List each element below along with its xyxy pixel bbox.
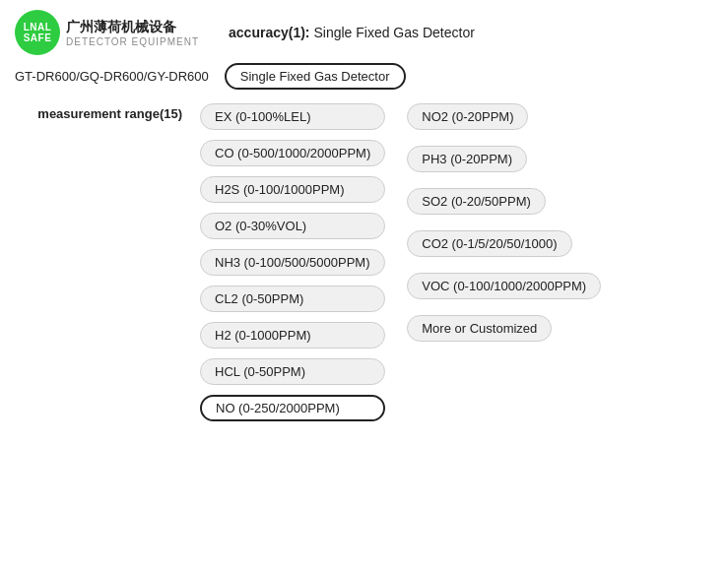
list-item: CO2 (0-1/5/20/50/1000) xyxy=(407,230,571,257)
page-container: LNAL SAFE 广州薄荷机械设备 DETECTOR EQUIPMENT ac… xyxy=(15,10,713,421)
list-item: SO2 (0-20/50PPM) xyxy=(407,188,546,215)
spacer xyxy=(407,257,601,273)
left-column: EX (0-100%LEL) CO (0-500/1000/2000PPM) H… xyxy=(200,103,385,421)
list-item: H2 (0-1000PPM) xyxy=(200,322,385,349)
spacer xyxy=(407,172,601,188)
accuracy-bold: accuracy(1): xyxy=(229,25,310,40)
logo: LNAL SAFE 广州薄荷机械设备 DETECTOR EQUIPMENT xyxy=(15,10,199,55)
list-item-highlighted: NO (0-250/2000PPM) xyxy=(200,395,385,421)
right-column: NO2 (0-20PPM) PH3 (0-20PPM) SO2 (0-20/50… xyxy=(407,103,601,342)
list-item: HCL (0-50PPM) xyxy=(200,358,385,385)
right-item: CO2 (0-1/5/20/50/1000) xyxy=(407,230,601,257)
product-code: GT-DR600/GQ-DR600/GY-DR600 xyxy=(15,69,209,84)
product-row: GT-DR600/GQ-DR600/GY-DR600 Single Fixed … xyxy=(15,63,713,90)
product-badge: Single Fixed Gas Detector xyxy=(225,63,406,90)
list-item: CO (0-500/1000/2000PPM) xyxy=(200,140,385,166)
right-item: SO2 (0-20/50PPM) xyxy=(407,188,601,215)
list-item: O2 (0-30%VOL) xyxy=(200,213,385,239)
logo-circle: LNAL SAFE xyxy=(15,10,60,55)
accuracy-text: accuracy(1): Single Fixed Gas Detector xyxy=(229,25,475,40)
company-sub: DETECTOR EQUIPMENT xyxy=(66,36,199,47)
badges-section: EX (0-100%LEL) CO (0-500/1000/2000PPM) H… xyxy=(200,103,713,421)
measurement-label: measurement range(15) xyxy=(15,101,182,121)
spacer xyxy=(407,299,601,315)
spacer xyxy=(407,130,601,146)
list-item: NH3 (0-100/500/5000PPM) xyxy=(200,249,385,276)
list-item: EX (0-100%LEL) xyxy=(200,103,385,130)
logo-circle-text: LNAL SAFE xyxy=(24,22,52,43)
list-item: CL2 (0-50PPM) xyxy=(200,286,385,312)
list-item: PH3 (0-20PPM) xyxy=(407,146,527,172)
right-item: More or Customized xyxy=(407,315,601,342)
list-item: VOC (0-100/1000/2000PPM) xyxy=(407,273,601,299)
company-name: 广州薄荷机械设备 xyxy=(66,19,199,36)
right-item: VOC (0-100/1000/2000PPM) xyxy=(407,273,601,299)
logo-text: 广州薄荷机械设备 DETECTOR EQUIPMENT xyxy=(66,19,199,47)
spacer xyxy=(407,215,601,230)
list-item-more: More or Customized xyxy=(407,315,552,342)
measurement-section: measurement range(15) EX (0-100%LEL) CO … xyxy=(15,101,713,421)
header-row: LNAL SAFE 广州薄荷机械设备 DETECTOR EQUIPMENT ac… xyxy=(15,10,713,55)
list-item: NO2 (0-20PPM) xyxy=(407,103,528,130)
right-item: NO2 (0-20PPM) xyxy=(407,103,601,130)
right-item: PH3 (0-20PPM) xyxy=(407,146,601,172)
accuracy-value: Single Fixed Gas Detector xyxy=(313,25,474,40)
list-item: H2S (0-100/1000PPM) xyxy=(200,176,385,203)
accuracy-line: accuracy(1): Single Fixed Gas Detector xyxy=(229,25,475,40)
